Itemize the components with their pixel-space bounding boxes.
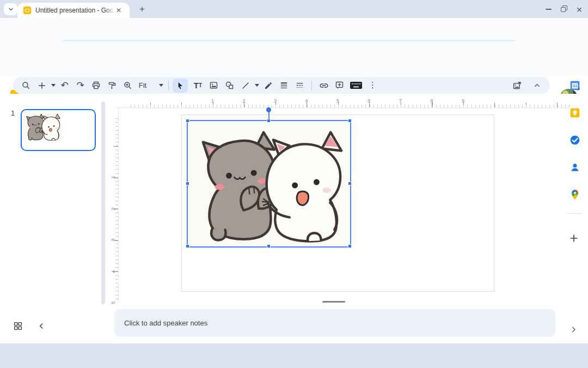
browser-tab-strip: Untitled presentation - Google S ✕ + ✕ [0,0,588,18]
resize-handle-ne[interactable] [348,119,352,123]
resize-handle-se[interactable] [348,244,352,248]
tab-search-caret-button[interactable] [4,3,17,15]
chromeos-screen: Untitled presentation - Google S ✕ + ✕ d… [0,0,588,368]
google-contacts-icon[interactable] [569,162,580,173]
chromeos-shelf: ⚙ 2 Oct 14 10:50 [0,343,588,368]
collapse-filmstrip-icon[interactable] [37,322,46,330]
resize-handle-s[interactable] [267,244,271,248]
toolbar-more-icon[interactable]: ⋮ [365,77,381,94]
slides-toolbar: ↶ ↷ Fit TT ⋮ [13,77,550,94]
new-tab-button[interactable]: + [137,4,147,14]
slide-thumbnail-selected[interactable] [21,109,96,151]
input-tools-keyboard-icon[interactable] [347,77,365,94]
slide-thumbnail-image [23,111,62,142]
selection-border [187,120,351,248]
expand-side-panel-icon[interactable] [569,325,578,334]
notes-resize-handle[interactable] [322,301,345,303]
horizontal-ruler: 1 2 3 4 5 6 7 8 9 [130,98,569,107]
border-weight-icon[interactable] [276,77,292,94]
insert-line-icon[interactable] [237,77,253,94]
grid-view-icon[interactable] [13,321,23,331]
slide-number: 1 [11,109,15,117]
text-box-tool-icon[interactable]: TT [190,77,206,94]
browser-toolbar: docs.google.com/presentation/d/1CjfbsTys… [0,18,588,41]
window-minimize-button[interactable] [544,5,552,13]
chevron-down-icon [8,6,14,13]
rotation-handle[interactable] [266,107,271,112]
line-caret[interactable] [253,77,260,94]
svg-text:31: 31 [573,83,577,88]
resize-handle-nw[interactable] [186,119,189,123]
vertical-ruler: 1 2 3 4 5 [108,116,118,300]
collapse-toolbar-icon[interactable] [533,81,541,89]
resize-handle-w[interactable] [186,182,189,185]
replace-image-icon[interactable] [512,81,522,91]
redo-icon[interactable]: ↷ [72,77,88,94]
slides-favicon-icon [23,7,31,14]
search-menus-icon[interactable] [18,77,34,94]
window-close-button[interactable]: ✕ [576,5,583,14]
google-maps-icon[interactable] [569,189,580,200]
insert-link-icon[interactable] [316,77,332,94]
window-restore-button[interactable] [561,5,568,13]
select-tool-active[interactable] [173,79,188,93]
add-comment-icon[interactable] [332,77,347,94]
zoom-caret[interactable] [50,77,57,94]
google-tasks-icon[interactable] [569,135,580,146]
google-calendar-icon[interactable]: 31 [569,80,580,91]
zoom-in-icon[interactable] [120,77,136,94]
zoom-fit-caret[interactable] [157,77,164,94]
insert-image-icon[interactable] [206,77,222,94]
border-dash-icon[interactable] [292,77,308,94]
filmstrip-scrollbar[interactable] [101,101,105,304]
speaker-notes-placeholder: Click to add speaker notes [124,319,207,327]
speaker-notes-input[interactable]: Click to add speaker notes [114,309,555,337]
pen-icon[interactable] [260,77,276,94]
paint-format-icon[interactable] [104,77,120,94]
insert-shape-icon[interactable] [222,77,237,94]
undo-icon[interactable]: ↶ [57,77,72,94]
get-add-ons-icon[interactable] [568,233,579,244]
tab-title: Untitled presentation - Google S [35,7,113,14]
print-icon[interactable] [88,77,104,94]
resize-handle-n[interactable] [267,119,271,123]
browser-tab[interactable]: Untitled presentation - Google S ✕ [17,3,130,18]
slides-header: Untitled presentation ☆ File Edit View I… [0,41,588,77]
zoom-add-icon[interactable] [34,77,50,94]
google-keep-icon[interactable] [569,107,580,118]
resize-handle-e[interactable] [348,182,352,185]
zoom-fit-select[interactable]: Fit [136,81,150,89]
rail-divider [567,213,582,214]
resize-handle-sw[interactable] [186,244,189,248]
